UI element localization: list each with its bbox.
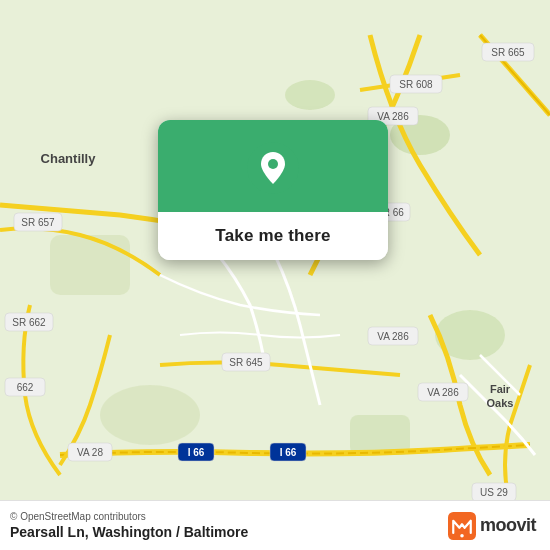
moovit-icon (448, 512, 476, 540)
svg-text:Oaks: Oaks (487, 397, 514, 409)
bottom-left: © OpenStreetMap contributors Pearsall Ln… (10, 511, 248, 540)
svg-text:SR 608: SR 608 (399, 79, 433, 90)
bottom-bar: © OpenStreetMap contributors Pearsall Ln… (0, 500, 550, 550)
svg-text:VA 286: VA 286 (377, 331, 409, 342)
svg-text:Fair: Fair (490, 383, 511, 395)
popup-card: Take me there (158, 120, 388, 260)
popup-header (158, 120, 388, 212)
map-container: SR 665 SR 608 VA 286 SR 66 SR 657 SR 662… (0, 0, 550, 550)
svg-rect-3 (50, 235, 130, 295)
moovit-logo: moovit (448, 512, 536, 540)
svg-text:VA 286: VA 286 (377, 111, 409, 122)
svg-point-2 (285, 80, 335, 110)
osm-credit: © OpenStreetMap contributors (10, 511, 248, 522)
take-me-there-button[interactable]: Take me there (158, 212, 388, 260)
svg-text:I 66: I 66 (188, 447, 205, 458)
location-name: Pearsall Ln, Washington / Baltimore (10, 524, 248, 540)
svg-text:I 66: I 66 (280, 447, 297, 458)
svg-point-44 (460, 533, 464, 537)
svg-text:SR 657: SR 657 (21, 217, 55, 228)
svg-point-42 (268, 159, 278, 169)
svg-text:VA 286: VA 286 (427, 387, 459, 398)
svg-text:Chantilly: Chantilly (41, 151, 97, 166)
moovit-text: moovit (480, 515, 536, 536)
map-svg: SR 665 SR 608 VA 286 SR 66 SR 657 SR 662… (0, 0, 550, 550)
svg-text:662: 662 (17, 382, 34, 393)
svg-point-6 (100, 385, 200, 445)
svg-text:SR 665: SR 665 (491, 47, 525, 58)
location-pin-icon (247, 142, 299, 194)
svg-text:VA 28: VA 28 (77, 447, 103, 458)
svg-text:SR 662: SR 662 (12, 317, 46, 328)
svg-text:US 29: US 29 (480, 487, 508, 498)
svg-text:SR 645: SR 645 (229, 357, 263, 368)
